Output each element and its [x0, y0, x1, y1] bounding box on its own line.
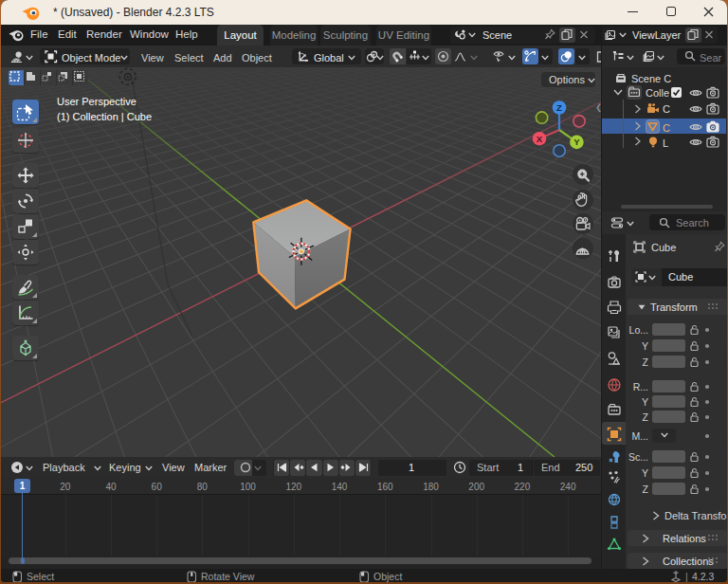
svg-text:(1) Collection | Cube: (1) Collection | Cube	[57, 111, 152, 122]
svg-text:Z: Z	[556, 102, 562, 113]
svg-text:X: X	[537, 134, 543, 144]
svg-text:Y: Y	[573, 137, 580, 147]
svg-text:User Perspective: User Perspective	[57, 96, 136, 107]
